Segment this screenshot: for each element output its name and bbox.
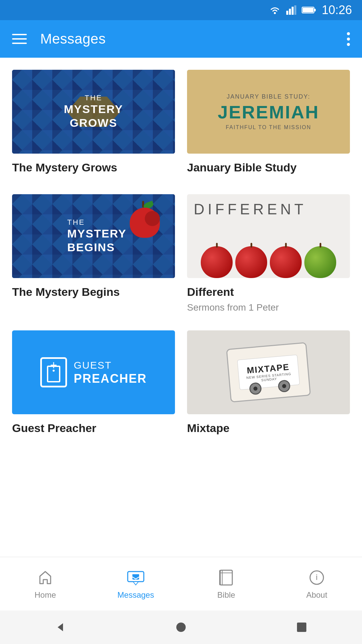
card3-title: The Mystery Begins — [12, 285, 175, 299]
diff-title: DIFFERENT — [194, 201, 307, 218]
card-mystery-begins[interactable]: THE MYSTERYBEGINS The Mystery Begins — [12, 194, 175, 314]
reel-right — [278, 380, 291, 393]
card-image-bible-study: January Bible Study: JEREMIAH Faithful t… — [187, 70, 350, 154]
svg-rect-1 — [286, 11, 288, 15]
svg-rect-6 — [314, 9, 316, 11]
svg-rect-3 — [292, 7, 294, 15]
status-icons: 10:26 — [269, 3, 352, 17]
card-image-mystery-begins: THE MYSTERYBEGINS — [12, 194, 175, 278]
card-image-different: DIFFERENT — [187, 194, 350, 278]
cassette: MIXTAPE New Series Starting Sunday — [226, 342, 311, 402]
app-bar-title: Messages — [40, 31, 106, 47]
bs-subtitle: Faithful to the Mission — [226, 124, 311, 130]
card3-the: THE — [67, 218, 126, 227]
bs-label: January Bible Study: — [227, 93, 310, 100]
status-time: 10:26 — [322, 3, 352, 17]
svg-point-0 — [274, 12, 276, 14]
svg-point-18 — [176, 623, 186, 632]
messages-icon — [126, 568, 145, 587]
reel-left — [249, 382, 262, 395]
svg-marker-9 — [133, 582, 138, 585]
card1-the: THE — [64, 94, 123, 102]
svg-rect-2 — [289, 9, 291, 15]
card4-title: Different — [187, 285, 350, 299]
system-nav — [0, 610, 362, 644]
more-options-button[interactable] — [347, 32, 350, 46]
back-button[interactable] — [50, 617, 70, 637]
bottom-nav: Home Messages Bible — [0, 557, 362, 610]
app-bar-left: Messages — [12, 31, 106, 47]
messages-grid-container: THE MYSTERYGROWS The Mystery Grows Janua… — [0, 58, 362, 557]
signal-icon — [286, 5, 296, 15]
home-button[interactable] — [171, 617, 191, 637]
svg-rect-19 — [297, 623, 306, 632]
hamburger-menu-button[interactable] — [12, 34, 27, 44]
nav-label-about: About — [306, 590, 327, 600]
card-different[interactable]: DIFFERENT Different Sermons from 1 Peter — [187, 194, 350, 314]
svg-marker-17 — [58, 623, 63, 631]
card-image-mystery-grows: THE MYSTERYGROWS — [12, 70, 175, 154]
apple-red-2 — [235, 246, 267, 278]
card1-title: The Mystery Grows — [12, 160, 175, 175]
card-image-mixtape: MIXTAPE New Series Starting Sunday — [187, 330, 350, 414]
apple-green-1 — [304, 246, 336, 278]
recents-button[interactable] — [292, 617, 312, 637]
card3-main: MYSTERYBEGINS — [67, 227, 126, 254]
card-image-guest-preacher: GUEST PREACHER — [12, 330, 175, 414]
card6-title: Mixtape — [187, 421, 350, 435]
gp-icon — [40, 357, 67, 387]
nav-item-bible[interactable]: Bible — [181, 568, 272, 600]
apple-red-1 — [201, 246, 233, 278]
apples-row — [187, 246, 350, 278]
card-guest-preacher[interactable]: GUEST PREACHER Guest Preacher — [12, 330, 175, 438]
card-mixtape[interactable]: MIXTAPE New Series Starting Sunday Mixta… — [187, 330, 350, 438]
svg-rect-7 — [303, 8, 313, 12]
card-january-bible-study[interactable]: January Bible Study: JEREMIAH Faithful t… — [187, 70, 350, 177]
app-bar: Messages — [0, 20, 362, 58]
nav-label-home: Home — [35, 590, 56, 600]
svg-text:i: i — [316, 573, 317, 582]
wifi-icon — [269, 5, 281, 15]
card-mystery-grows[interactable]: THE MYSTERYGROWS The Mystery Grows — [12, 70, 175, 177]
messages-grid: THE MYSTERYGROWS The Mystery Grows Janua… — [12, 70, 350, 451]
apple-decoration — [128, 201, 162, 238]
card5-title: Guest Preacher — [12, 421, 175, 435]
card1-main: MYSTERYGROWS — [64, 102, 123, 130]
svg-rect-4 — [294, 5, 296, 15]
card2-title: January Bible Study — [187, 160, 350, 175]
nav-label-messages: Messages — [117, 590, 154, 600]
gp-text: GUEST PREACHER — [74, 359, 147, 386]
apple-red-3 — [270, 246, 302, 278]
bible-icon — [217, 568, 236, 587]
card4-subtitle: Sermons from 1 Peter — [187, 302, 350, 314]
nav-item-about[interactable]: i About — [272, 568, 362, 600]
bs-title: JEREMIAH — [218, 102, 319, 122]
home-icon — [36, 568, 55, 587]
battery-icon — [302, 6, 316, 14]
nav-item-home[interactable]: Home — [0, 568, 90, 600]
nav-label-bible: Bible — [217, 590, 235, 600]
nav-item-messages[interactable]: Messages — [90, 568, 181, 600]
status-bar: 10:26 — [0, 0, 362, 20]
about-icon: i — [307, 568, 326, 587]
